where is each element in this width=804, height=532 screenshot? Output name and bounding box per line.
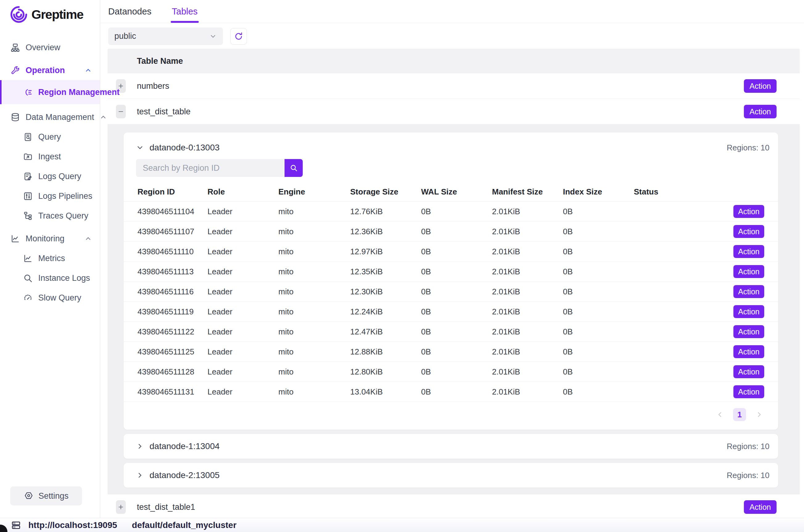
region-search-input[interactable] xyxy=(136,159,285,177)
database-icon xyxy=(11,113,20,122)
folder-upload-icon xyxy=(23,152,33,162)
action-button[interactable]: Action xyxy=(733,245,764,258)
chevron-right-icon xyxy=(136,471,144,479)
minus-icon[interactable] xyxy=(116,105,126,118)
sidebar-item-logs-pipelines[interactable]: Logs Pipelines xyxy=(0,186,100,206)
action-button[interactable]: Action xyxy=(744,105,777,118)
col-region-id: Region ID xyxy=(137,187,208,197)
action-button[interactable]: Action xyxy=(733,305,764,318)
action-button[interactable]: Action xyxy=(733,365,764,378)
sidebar-item-instance-logs[interactable]: Instance Logs xyxy=(0,268,100,288)
page-number[interactable]: 1 xyxy=(733,408,746,421)
sidebar-item-operation[interactable]: Operation xyxy=(0,60,100,80)
refresh-button[interactable] xyxy=(230,28,247,45)
tree-icon xyxy=(23,211,33,221)
chevron-up-icon xyxy=(84,235,92,242)
action-button[interactable]: Action xyxy=(733,285,764,298)
datanode-name: datanode-1:13004 xyxy=(150,441,219,451)
search-icon xyxy=(289,164,298,172)
datanode-1-header[interactable]: datanode-1:13004 Regions: 10 xyxy=(123,434,778,459)
table-row-test-dist-table1: test_dist_table1 Action xyxy=(108,494,800,520)
brand-name: Greptime xyxy=(32,7,83,22)
app-window: Greptime Overview Operation xyxy=(0,0,804,532)
sidebar-item-metrics[interactable]: Metrics xyxy=(0,248,100,268)
brand: Greptime xyxy=(0,0,100,23)
cluster-name: default/default_mycluster xyxy=(132,520,236,530)
pagination: 1 xyxy=(123,402,778,430)
table-row-test-dist-table: test_dist_table Action xyxy=(108,99,800,125)
action-button[interactable]: Action xyxy=(733,265,764,278)
sidebar-item-traces-query[interactable]: Traces Query xyxy=(0,206,100,226)
chevron-right-icon[interactable] xyxy=(755,411,763,419)
regions-count: Regions: 10 xyxy=(727,442,769,451)
main-content: Datanodes Tables public Table Name xyxy=(100,0,804,518)
gauge-icon xyxy=(23,293,33,303)
col-storage-size: Storage Size xyxy=(350,187,421,197)
action-button[interactable]: Action xyxy=(733,385,764,398)
action-button[interactable]: Action xyxy=(733,325,764,338)
region-row: 4398046511131Leadermito13.04KiB0B2.01KiB… xyxy=(123,382,778,402)
region-row: 4398046511128Leadermito12.80KiB0B2.01KiB… xyxy=(123,362,778,382)
magnifier-icon xyxy=(23,273,33,283)
col-status: Status xyxy=(634,187,689,197)
sliders-icon xyxy=(23,191,33,201)
regions-count: Regions: 10 xyxy=(727,143,769,153)
region-list-icon xyxy=(23,88,33,97)
action-button[interactable]: Action xyxy=(744,79,777,93)
sidebar-item-query[interactable]: Query xyxy=(0,127,100,147)
schema-select[interactable]: public xyxy=(108,27,223,45)
action-button[interactable]: Action xyxy=(733,345,764,358)
table-name: test_dist_table1 xyxy=(137,502,195,512)
chevron-right-icon xyxy=(136,442,144,450)
chevron-left-icon[interactable] xyxy=(716,411,724,419)
action-button[interactable]: Action xyxy=(733,225,764,238)
sidebar-item-slow-query[interactable]: Slow Query xyxy=(0,288,100,308)
plus-icon[interactable] xyxy=(116,500,126,514)
sidebar: Greptime Overview Operation xyxy=(0,0,100,518)
datanode-card-1: datanode-1:13004 Regions: 10 xyxy=(123,434,778,459)
region-row: 4398046511116Leadermito12.30KiB0B2.01KiB… xyxy=(123,282,778,302)
search-button[interactable] xyxy=(285,159,303,177)
sidebar-item-ingest[interactable]: Ingest xyxy=(0,147,100,167)
settings-button[interactable]: Settings xyxy=(10,487,82,506)
status-bar: http://localhost:19095 default/default_m… xyxy=(0,518,804,532)
action-button[interactable]: Action xyxy=(733,205,764,218)
tab-tables[interactable]: Tables xyxy=(172,0,198,23)
tab-datanodes[interactable]: Datanodes xyxy=(108,0,151,23)
sidebar-nav: Overview Operation Region Management xyxy=(0,38,100,308)
wrench-icon xyxy=(11,66,20,75)
chevron-up-icon xyxy=(84,66,92,74)
top-tabs: Datanodes Tables xyxy=(100,0,804,23)
region-row: 4398046511104Leadermito12.76KiB0B2.01KiB… xyxy=(123,202,778,222)
region-row: 4398046511125Leadermito12.88KiB0B2.01KiB… xyxy=(123,342,778,362)
datanode-card-0: datanode-0:13003 Regions: 10 Region ID R… xyxy=(123,133,778,430)
region-row: 4398046511110Leadermito12.97KiB0B2.01KiB… xyxy=(123,242,778,262)
tables-list-header: Table Name xyxy=(108,49,800,73)
tables-list: Table Name numbers Action test_dist_tabl… xyxy=(108,49,800,520)
server-icon xyxy=(11,520,21,530)
sitemap-icon xyxy=(11,43,20,52)
datanode-name: datanode-0:13003 xyxy=(150,143,219,153)
region-search xyxy=(123,157,778,178)
sidebar-item-overview[interactable]: Overview xyxy=(0,38,100,57)
sidebar-item-data-management[interactable]: Data Management xyxy=(0,107,100,127)
connection-url[interactable]: http://localhost:19095 xyxy=(28,520,117,530)
file-pen-icon xyxy=(23,172,33,181)
col-index-size: Index Size xyxy=(563,187,634,197)
table-name: numbers xyxy=(137,81,169,91)
table-name-column-header: Table Name xyxy=(137,56,183,66)
chart-line-icon xyxy=(23,254,33,263)
region-row: 4398046511113Leadermito12.35KiB0B2.01KiB… xyxy=(123,262,778,282)
settings-label: Settings xyxy=(39,491,69,501)
action-button[interactable]: Action xyxy=(744,500,777,514)
chart-line-icon xyxy=(11,234,20,244)
datanode-2-header[interactable]: datanode-2:13005 Regions: 10 xyxy=(123,463,778,488)
col-engine: Engine xyxy=(279,187,350,197)
datanode-0-header[interactable]: datanode-0:13003 Regions: 10 xyxy=(123,133,778,157)
chevron-down-icon xyxy=(136,144,144,152)
region-row: 4398046511107Leadermito12.36KiB0B2.01KiB… xyxy=(123,222,778,242)
sidebar-item-monitoring[interactable]: Monitoring xyxy=(0,229,100,248)
sidebar-item-region-management[interactable]: Region Management xyxy=(0,80,100,104)
gear-hexagon-icon xyxy=(24,491,34,501)
sidebar-item-logs-query[interactable]: Logs Query xyxy=(0,167,100,186)
